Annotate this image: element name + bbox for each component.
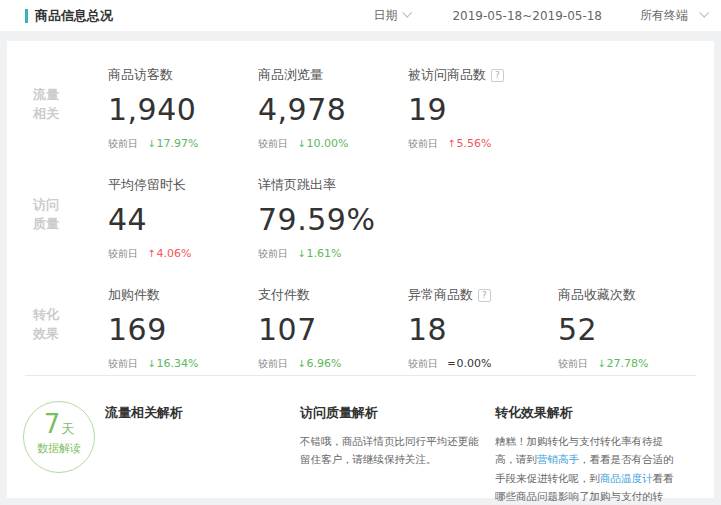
metric-compare: 较前日 ↓6.96% (258, 357, 408, 371)
metric-value: 18 (408, 312, 558, 347)
accent-bar (25, 9, 28, 23)
conversion-metrics-row: 转化效果 加购件数 169 较前日 ↓16.34% 支付件数 107 较前日 ↓… (7, 282, 714, 390)
insight-title: 访问质量解析 (300, 404, 487, 422)
insight-body: 糟糕！加购转化与支付转化率有待提高，请到营销高手，看看是否有合适的手段来促进转化… (495, 432, 682, 505)
trend-arrow-icon: ↓ (147, 138, 155, 149)
change-pct: 5.56% (457, 137, 492, 150)
metric-product-pageviews: 商品浏览量 4,978 较前日 ↓10.00% (258, 62, 408, 170)
metric-compare: 较前日 ↓17.97% (108, 137, 258, 151)
compare-label: 较前日 (108, 138, 138, 149)
metric-compare: 较前日 ↓10.00% (258, 137, 408, 151)
metric-label: 支付件数 (258, 286, 310, 304)
change-pct: 27.78% (607, 357, 649, 370)
divider (25, 375, 696, 376)
insight-title: 流量相关解析 (105, 404, 292, 422)
compare-label: 较前日 (258, 138, 288, 149)
change-pct: 17.97% (157, 137, 199, 150)
change-pct: 1.61% (307, 247, 342, 260)
change-value: ↓6.96% (297, 357, 341, 370)
compare-label: 较前日 (258, 248, 288, 259)
change-pct: 10.00% (307, 137, 349, 150)
metric-product-visitors: 商品访客数 1,940 较前日 ↓17.97% (108, 62, 258, 170)
metric-compare: 较前日 ↑5.56% (408, 137, 558, 151)
compare-label: 较前日 (108, 248, 138, 259)
help-icon[interactable]: ? (491, 69, 504, 82)
metric-compare: 较前日 ↑4.06% (108, 247, 258, 261)
page-title: 商品信息总况 (35, 7, 113, 25)
product-thermometer-link[interactable]: 商品温度计 (600, 472, 653, 484)
metric-visited-products: 被访问商品数 ? 19 较前日 ↑5.56% (408, 62, 558, 170)
trend-arrow-icon: ↓ (297, 248, 305, 259)
metric-cart-adds: 加购件数 169 较前日 ↓16.34% (108, 282, 258, 390)
badge-caption: 数据解读 (24, 441, 94, 456)
terminal-label: 所有终端 (640, 7, 688, 24)
metric-paid-items: 支付件数 107 较前日 ↓6.96% (258, 282, 408, 390)
change-pct: 0.00% (457, 357, 492, 370)
metric-label: 商品访客数 (108, 66, 173, 84)
trend-arrow-icon: ↑ (447, 138, 455, 149)
metric-label: 商品收藏次数 (558, 286, 636, 304)
chevron-down-icon (699, 8, 709, 18)
change-value: ↓10.00% (297, 137, 348, 150)
insight-traffic-column: 流量相关解析 (105, 393, 300, 505)
badge-unit: 天 (61, 421, 74, 436)
group-label-conversion: 转化效果 (33, 306, 63, 390)
metric-value: 169 (108, 312, 258, 347)
terminal-dropdown[interactable]: 所有终端 (640, 7, 707, 24)
insights-section: 7天 数据解读 流量相关解析 访问质量解析 不错哦，商品详情页比同行平均还更能留… (7, 393, 714, 505)
metric-compare: 较前日 ↓27.78% (558, 357, 708, 371)
change-pct: 4.06% (157, 247, 192, 260)
trend-arrow-icon: ↓ (297, 358, 305, 369)
help-icon[interactable]: ? (478, 289, 491, 302)
change-value: ↑4.06% (147, 247, 191, 260)
trend-arrow-icon: ↑ (147, 248, 155, 259)
insight-quality-column: 访问质量解析 不错哦，商品详情页比同行平均还更能留住客户，请继续保持关注。 (300, 393, 495, 505)
metric-label: 平均停留时长 (108, 176, 186, 194)
trend-arrow-icon: ↓ (297, 138, 305, 149)
metric-value: 52 (558, 312, 708, 347)
product-overview-page: 商品信息总况 日期 2019-05-18~2019-05-18 所有终端 流量相… (0, 0, 721, 505)
metric-value: 1,940 (108, 92, 258, 127)
metric-label: 异常商品数 (408, 286, 473, 304)
metric-label: 加购件数 (108, 286, 160, 304)
insight-title: 转化效果解析 (495, 404, 682, 422)
group-label-traffic: 流量相关 (33, 86, 63, 170)
metric-value: 4,978 (258, 92, 408, 127)
change-pct: 16.34% (157, 357, 199, 370)
metric-value: 79.59% (258, 202, 408, 237)
badge-number: 7 (44, 409, 61, 439)
compare-label: 较前日 (408, 358, 438, 369)
compare-label: 较前日 (408, 138, 438, 149)
date-type-dropdown[interactable]: 日期 (373, 7, 410, 24)
compare-label: 较前日 (558, 358, 588, 369)
metric-product-favorites: 商品收藏次数 52 较前日 ↓27.78% (558, 282, 708, 390)
metric-value: 44 (108, 202, 258, 237)
change-value: ↑5.56% (447, 137, 491, 150)
seven-day-insight-badge: 7天 数据解读 (23, 401, 95, 473)
metric-compare: 较前日 ↓1.61% (258, 247, 408, 261)
metric-compare: 较前日 ↓16.34% (108, 357, 258, 371)
change-pct: 6.96% (307, 357, 342, 370)
date-type-label: 日期 (373, 7, 397, 24)
trend-arrow-icon: = (447, 358, 455, 369)
compare-label: 较前日 (258, 358, 288, 369)
compare-label: 较前日 (108, 358, 138, 369)
metric-abnormal-products: 异常商品数 ? 18 较前日 =0.00% (408, 282, 558, 390)
marketing-master-link[interactable]: 营销高手 (537, 453, 579, 465)
change-value: ↓16.34% (147, 357, 198, 370)
metric-avg-stay-time: 平均停留时长 44 较前日 ↑4.06% (108, 172, 258, 280)
group-label-quality: 访问质量 (33, 196, 63, 280)
traffic-metrics-row: 流量相关 商品访客数 1,940 较前日 ↓17.97% 商品浏览量 4,978… (7, 62, 714, 170)
header-bar: 商品信息总况 日期 2019-05-18~2019-05-18 所有终端 (0, 0, 721, 31)
metric-label: 被访问商品数 (408, 66, 486, 84)
conversion-metrics: 加购件数 169 较前日 ↓16.34% 支付件数 107 较前日 ↓6.96% (108, 282, 708, 390)
metric-label: 详情页跳出率 (258, 176, 336, 194)
metric-compare: 较前日 =0.00% (408, 357, 558, 371)
metrics-card: 流量相关 商品访客数 1,940 较前日 ↓17.97% 商品浏览量 4,978… (7, 41, 714, 498)
metric-detail-bounce-rate: 详情页跳出率 79.59% 较前日 ↓1.61% (258, 172, 408, 280)
date-range-picker[interactable]: 2019-05-18~2019-05-18 (452, 9, 602, 23)
traffic-metrics: 商品访客数 1,940 较前日 ↓17.97% 商品浏览量 4,978 较前日 … (108, 62, 558, 170)
metric-label: 商品浏览量 (258, 66, 323, 84)
change-value: =0.00% (447, 357, 491, 370)
trend-arrow-icon: ↓ (597, 358, 605, 369)
